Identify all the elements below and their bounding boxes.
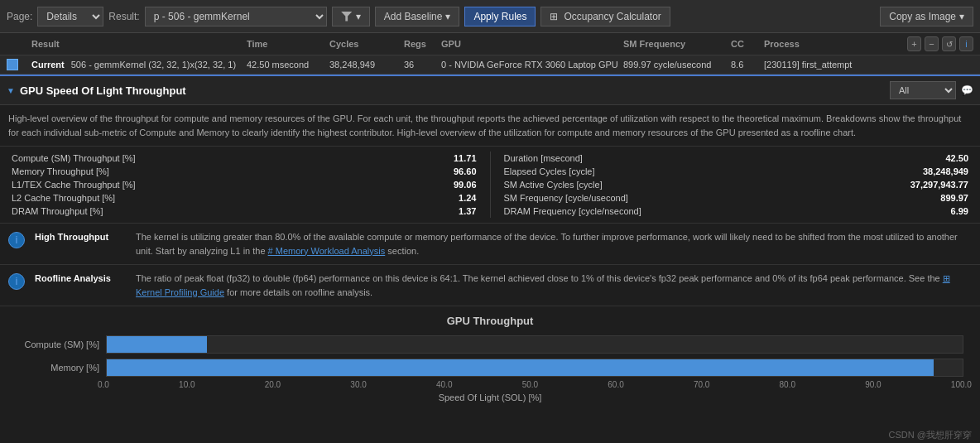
table-row: Current 506 - gemmKernel (32, 32, 1)x(32…: [0, 55, 980, 75]
info-icon-roofline: i: [8, 273, 25, 290]
info-label-roofline: Roofline Analysis: [35, 272, 126, 283]
metric-row: L1/TEX Cache Throughput [%]99.06: [8, 178, 480, 191]
metric-name: Compute (SM) Throughput [%]: [12, 153, 136, 163]
chart-x-tick: 100.0: [951, 380, 972, 389]
info-label-throughput: High Throughput: [35, 230, 126, 242]
metric-row: Duration [msecond]42.50: [501, 152, 973, 165]
metric-value: 42.50: [902, 153, 968, 163]
chart-container: Compute (SM) [%] Memory [%]: [8, 335, 972, 377]
chart-x-tick: 60.0: [608, 380, 623, 389]
filter-button[interactable]: ▾: [332, 7, 370, 26]
section-description: High-level overview of the throughput fo…: [0, 105, 980, 147]
section-header: ▼ GPU Speed Of Light Throughput All 💬: [0, 75, 980, 105]
metric-value: 1.37: [411, 206, 477, 216]
metric-row: DRAM Frequency [cycle/nsecond]6.99: [501, 205, 973, 218]
occupancy-calculator-button[interactable]: ⊞ Occupancy Calculator: [540, 7, 670, 26]
chart-section: GPU Throughput Compute (SM) [%] Memory […: [0, 306, 980, 411]
comment-icon[interactable]: 💬: [961, 84, 973, 96]
info-icon[interactable]: i: [959, 36, 973, 51]
chart-x-axis: 0.010.020.030.040.050.060.070.080.090.01…: [8, 380, 972, 389]
main-content: ▼ GPU Speed Of Light Throughput All 💬 Hi…: [0, 75, 980, 443]
chart-x-tick: 50.0: [522, 380, 538, 389]
chart-x-tick: 10.0: [179, 380, 195, 389]
info-text-1-pre: The ratio of peak float (fp32) to double…: [136, 273, 943, 283]
row-gpu: 0 - NVIDIA GeForce RTX 3060 Laptop GPU: [441, 60, 623, 70]
page-select[interactable]: Details: [37, 7, 103, 26]
reset-icon[interactable]: ↺: [942, 36, 956, 51]
page-label: Page:: [7, 11, 32, 22]
chart-bar-label: Compute (SM) [%]: [17, 339, 99, 349]
section-filter-select[interactable]: All: [890, 81, 956, 99]
chart-x-tick: 0.0: [98, 380, 109, 389]
metric-row: Memory Throughput [%]96.60: [8, 165, 480, 178]
chart-x-tick: 90.0: [865, 380, 881, 389]
metric-row: DRAM Throughput [%]1.37: [8, 205, 480, 218]
metric-value: 38,248,949: [902, 166, 968, 176]
chart-x-ticks: 0.010.020.030.040.050.060.070.080.090.01…: [98, 380, 972, 389]
info-text-1-post: for more details on roofline analysis.: [224, 287, 372, 297]
metric-name: L1/TEX Cache Throughput [%]: [12, 180, 136, 190]
metric-name: Elapsed Cycles [cycle]: [504, 166, 595, 176]
filter-icon: [341, 12, 353, 22]
high-throughput-info: i High Throughput The kernel is utilizin…: [0, 224, 980, 265]
metric-name: L2 Cache Throughput [%]: [12, 193, 115, 203]
copy-image-label: Copy as Image: [889, 11, 956, 22]
row-regs: 36: [404, 60, 441, 70]
chart-x-tick: 40.0: [436, 380, 452, 389]
result-select[interactable]: p - 506 - gemmKernel: [145, 7, 327, 26]
row-cycles: 38,248,949: [329, 60, 404, 70]
occupancy-label: Occupancy Calculator: [564, 11, 661, 22]
header-gpu: GPU: [441, 39, 623, 49]
row-result: 506 - gemmKernel (32, 32, 1)x(32, 32, 1): [71, 60, 236, 70]
memory-workload-link[interactable]: # Memory Workload Analysis: [268, 246, 386, 256]
metric-name: Duration [msecond]: [504, 153, 583, 163]
metric-row: L2 Cache Throughput [%]1.24: [8, 191, 480, 205]
chart-bar-label: Memory [%]: [17, 363, 99, 373]
chart-bar-fill: [107, 359, 934, 376]
watermark: CSDN @我想肝穿穿: [889, 429, 972, 441]
row-time: 42.50 msecond: [247, 60, 329, 70]
info-text-throughput: The kernel is utilizing greater than 80.…: [136, 230, 972, 258]
apply-rules-label: Apply Rules: [473, 11, 526, 22]
section-title: GPU Speed Of Light Throughput: [20, 84, 890, 97]
chart-bar-fill: [107, 336, 207, 353]
header-process: Process: [764, 39, 907, 49]
header-regs: Regs: [404, 39, 441, 49]
add-baseline-label: Add Baseline: [384, 11, 443, 22]
chart-bar-bg: [106, 335, 963, 354]
info-text-0-pre: The kernel is utilizing greater than 80.…: [136, 232, 958, 256]
remove-row-icon[interactable]: −: [925, 36, 939, 51]
header-cc: CC: [731, 39, 764, 49]
row-cc: 8.6: [731, 60, 764, 70]
toolbar: Page: Details Result: p - 506 - gemmKern…: [0, 0, 980, 33]
metric-value: 899.97: [902, 193, 968, 203]
chart-x-tick: 20.0: [265, 380, 281, 389]
metric-name: Memory Throughput [%]: [12, 166, 109, 176]
metric-row: SM Active Cycles [cycle]37,297,943.77: [501, 178, 973, 191]
row-checkbox[interactable]: [7, 59, 18, 70]
metrics-grid: Compute (SM) Throughput [%]11.71Memory T…: [0, 147, 980, 224]
copy-image-button[interactable]: Copy as Image ▾: [880, 7, 973, 26]
metric-row: Elapsed Cycles [cycle]38,248,949: [501, 165, 973, 178]
table-header: Result Time Cycles Regs GPU SM Frequency…: [0, 33, 980, 55]
header-result: Result: [31, 39, 247, 49]
chart-bar-bg: [106, 359, 963, 377]
row-sm-frequency: 899.97 cycle/usecond: [623, 60, 731, 70]
apply-rules-button[interactable]: Apply Rules: [464, 7, 536, 26]
chart-x-tick: 30.0: [350, 380, 366, 389]
metric-value: 1.24: [411, 193, 477, 203]
chart-x-tick: 70.0: [694, 380, 709, 389]
metric-value: 96.60: [411, 166, 477, 176]
chart-x-tick: 80.0: [780, 380, 795, 389]
info-text-0-post: section.: [385, 246, 419, 256]
chart-x-label: Speed Of Light (SOL) [%]: [8, 392, 972, 402]
info-icon-throughput: i: [8, 232, 25, 248]
chevron-icon[interactable]: ▼: [7, 86, 15, 95]
add-baseline-button[interactable]: Add Baseline ▾: [375, 7, 460, 26]
metric-divider: [490, 152, 491, 218]
add-row-icon[interactable]: +: [907, 36, 921, 51]
metric-name: DRAM Throughput [%]: [12, 206, 103, 216]
metric-value: 99.06: [411, 180, 477, 190]
row-label: Current: [31, 60, 65, 70]
metric-value: 11.71: [411, 153, 477, 163]
